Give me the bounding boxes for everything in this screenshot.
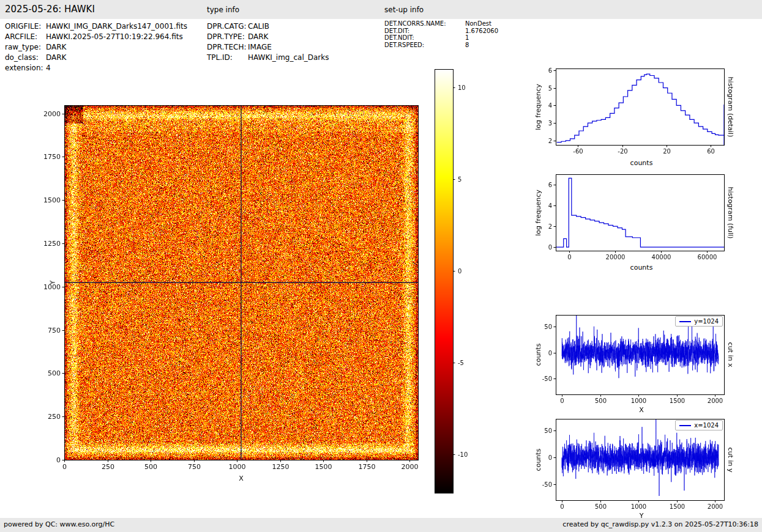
info-label: raw_type: xyxy=(5,42,46,53)
info-value: IMAGE xyxy=(248,42,272,53)
info-label: DET.DIT: xyxy=(384,28,465,35)
info-value: 4 xyxy=(46,63,51,73)
legend-line-icon xyxy=(679,425,691,426)
hist-detail-right-label: histogram (detail) xyxy=(727,77,734,138)
info-label: DET.NCORRS.NAME: xyxy=(384,20,465,28)
info-value: DARK xyxy=(248,32,268,42)
page-title: 2025-05-26: HAWKI xyxy=(5,4,95,15)
info-label: DPR.TYPE: xyxy=(207,32,248,42)
type-info-block: DPR.CATG:CALIB DPR.TYPE:DARK DPR.TECH:IM… xyxy=(207,21,329,63)
legend-cut-y-label: x=1024 xyxy=(694,422,719,429)
cut-y-yaxis-label: counts xyxy=(534,449,542,471)
info-label: ORIGFILE: xyxy=(5,21,46,32)
info-row: extension:4 xyxy=(5,63,187,73)
info-value: NonDest xyxy=(465,20,491,28)
info-row: raw_type:DARK xyxy=(5,42,187,53)
info-label: do_class: xyxy=(5,53,46,63)
file-info-block: ORIGFILE:HAWKI_IMG_DARK_Darks147_0001.fi… xyxy=(5,21,187,73)
info-value: DARK xyxy=(46,42,66,53)
setup-info-block: DET.NCORRS.NAME:NonDest DET.DIT:1.676206… xyxy=(384,20,498,48)
main-image-canvas xyxy=(35,100,433,475)
info-value: HAWKI_IMG_DARK_Darks147_0001.fits xyxy=(46,21,187,32)
qc-report-page: 2025-05-26: HAWKI type info set-up info … xyxy=(0,0,762,532)
info-row: ARCFILE:HAWKI.2025-05-27T10:19:22.964.fi… xyxy=(5,32,187,42)
hist-full-right-label: histogram (full) xyxy=(727,187,734,239)
setup-info-heading: set-up info xyxy=(384,6,424,14)
info-value: DARK xyxy=(46,53,66,63)
info-label: DPR.TECH: xyxy=(207,42,248,53)
footer-left-text: powered by QC: www.eso.org/HC xyxy=(4,520,114,528)
info-label: TPL.ID: xyxy=(207,53,248,63)
info-value: HAWKI_img_cal_Darks xyxy=(248,53,329,63)
info-row: DET.RSPEED:8 xyxy=(384,42,498,49)
type-info-heading: type info xyxy=(207,6,239,14)
legend-line-icon xyxy=(679,321,691,322)
info-value: 1 xyxy=(465,34,469,42)
hist-detail-yaxis-label: log frequency xyxy=(534,84,542,130)
info-row: do_class:DARK xyxy=(5,53,187,63)
hist-detail-xaxis-label: counts xyxy=(630,159,653,167)
info-row: DPR.CATG:CALIB xyxy=(207,21,329,32)
histogram-detail-canvas xyxy=(531,64,733,157)
info-label: DPR.CATG: xyxy=(207,21,248,32)
info-row: DET.NDIT:1 xyxy=(384,34,498,42)
header-bar xyxy=(0,0,762,19)
cut-x-yaxis-label: counts xyxy=(534,344,542,366)
legend-cut-y: x=1024 xyxy=(675,420,723,430)
info-label: DET.NDIT: xyxy=(384,34,465,42)
colorbar-canvas xyxy=(435,67,484,495)
info-value: CALIB xyxy=(248,21,269,32)
info-value: HAWKI.2025-05-27T10:19:22.964.fits xyxy=(46,32,183,42)
info-row: DET.DIT:1.6762060 xyxy=(384,28,498,35)
cut-x-right-label: cut in x xyxy=(727,342,734,368)
info-row: DET.NCORRS.NAME:NonDest xyxy=(384,20,498,28)
info-value: 8 xyxy=(465,42,469,49)
info-label: DET.RSPEED: xyxy=(384,42,465,49)
legend-cut-x: y=1024 xyxy=(675,316,723,327)
main-xaxis-label: X xyxy=(239,475,244,482)
info-label: extension: xyxy=(5,63,46,73)
main-yaxis-label: Y xyxy=(49,281,57,285)
info-row: ORIGFILE:HAWKI_IMG_DARK_Darks147_0001.fi… xyxy=(5,21,187,32)
info-value: 1.6762060 xyxy=(465,28,498,35)
info-row: TPL.ID:HAWKI_img_cal_Darks xyxy=(207,53,329,63)
histogram-full-canvas xyxy=(531,170,733,263)
hist-full-xaxis-label: counts xyxy=(630,264,653,272)
footer-right-text: created by qc_rawdisp.py v1.2.3 on 2025-… xyxy=(562,520,758,528)
info-label: ARCFILE: xyxy=(5,32,46,42)
cut-y-right-label: cut in y xyxy=(727,448,734,473)
cut-x-xaxis-label: X xyxy=(639,406,644,414)
info-row: DPR.TYPE:DARK xyxy=(207,32,329,42)
legend-cut-x-label: y=1024 xyxy=(694,318,719,325)
hist-full-yaxis-label: log frequency xyxy=(534,190,542,235)
info-row: DPR.TECH:IMAGE xyxy=(207,42,329,53)
